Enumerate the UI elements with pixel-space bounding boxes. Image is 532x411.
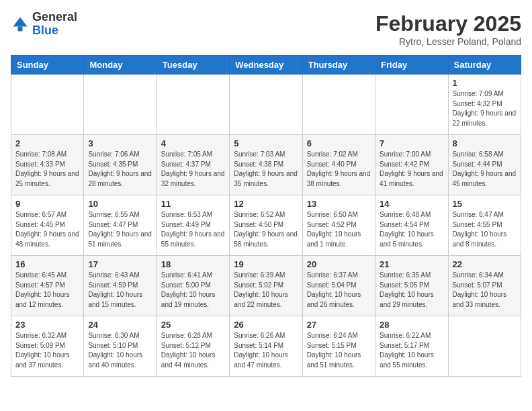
day-number: 17	[88, 259, 152, 269]
calendar-header-row: SundayMondayTuesdayWednesdayThursdayFrid…	[11, 56, 521, 75]
day-info: Sunrise: 6:34 AM Sunset: 5:07 PM Dayligh…	[453, 271, 517, 310]
day-info: Sunrise: 7:02 AM Sunset: 4:40 PM Dayligh…	[307, 150, 371, 189]
calendar-cell: 5Sunrise: 7:03 AM Sunset: 4:38 PM Daylig…	[230, 135, 302, 195]
calendar-cell: 1Sunrise: 7:09 AM Sunset: 4:32 PM Daylig…	[448, 75, 521, 135]
calendar-cell: 3Sunrise: 7:06 AM Sunset: 4:35 PM Daylig…	[84, 135, 157, 195]
day-number: 21	[380, 259, 443, 269]
svg-marker-0	[13, 17, 28, 26]
logo-icon	[11, 15, 30, 34]
calendar-cell: 18Sunrise: 6:41 AM Sunset: 5:00 PM Dayli…	[157, 256, 229, 316]
page-header: General Blue February 2025 Rytro, Lesser…	[11, 11, 521, 47]
calendar-cell: 12Sunrise: 6:52 AM Sunset: 4:50 PM Dayli…	[230, 195, 302, 256]
day-number: 14	[380, 199, 443, 209]
title-block: February 2025 Rytro, Lesser Poland, Pola…	[375, 11, 521, 47]
day-number: 11	[161, 199, 225, 209]
day-info: Sunrise: 7:03 AM Sunset: 4:38 PM Dayligh…	[234, 150, 298, 189]
day-info: Sunrise: 6:45 AM Sunset: 4:57 PM Dayligh…	[15, 271, 79, 310]
day-info: Sunrise: 6:39 AM Sunset: 5:02 PM Dayligh…	[234, 271, 298, 310]
day-info: Sunrise: 6:24 AM Sunset: 5:15 PM Dayligh…	[307, 331, 371, 370]
calendar-week-row: 1Sunrise: 7:09 AM Sunset: 4:32 PM Daylig…	[11, 75, 521, 135]
calendar-cell: 17Sunrise: 6:43 AM Sunset: 4:59 PM Dayli…	[84, 256, 157, 316]
calendar-cell: 15Sunrise: 6:47 AM Sunset: 4:55 PM Dayli…	[448, 195, 521, 256]
calendar-cell: 6Sunrise: 7:02 AM Sunset: 4:40 PM Daylig…	[302, 135, 375, 195]
calendar-cell: 2Sunrise: 7:08 AM Sunset: 4:33 PM Daylig…	[11, 135, 84, 195]
day-info: Sunrise: 7:08 AM Sunset: 4:33 PM Dayligh…	[15, 150, 79, 189]
calendar-cell	[448, 316, 521, 377]
logo-text: General Blue	[32, 11, 77, 38]
day-number: 7	[380, 138, 443, 148]
calendar-cell: 20Sunrise: 6:37 AM Sunset: 5:04 PM Dayli…	[302, 256, 375, 316]
calendar-cell: 21Sunrise: 6:35 AM Sunset: 5:05 PM Dayli…	[375, 256, 448, 316]
day-info: Sunrise: 6:52 AM Sunset: 4:50 PM Dayligh…	[234, 210, 298, 249]
day-number: 20	[307, 259, 371, 269]
day-number: 1	[453, 78, 517, 88]
calendar-cell: 19Sunrise: 6:39 AM Sunset: 5:02 PM Dayli…	[230, 256, 302, 316]
day-info: Sunrise: 6:37 AM Sunset: 5:04 PM Dayligh…	[307, 271, 371, 310]
day-number: 23	[15, 320, 79, 330]
day-info: Sunrise: 6:28 AM Sunset: 5:12 PM Dayligh…	[161, 331, 225, 370]
day-info: Sunrise: 6:30 AM Sunset: 5:10 PM Dayligh…	[88, 331, 152, 370]
calendar-cell	[375, 75, 448, 135]
day-number: 24	[88, 320, 152, 330]
day-number: 22	[453, 259, 517, 269]
calendar-cell	[11, 75, 84, 135]
day-number: 16	[15, 259, 79, 269]
weekday-header: Saturday	[448, 56, 521, 75]
calendar-cell	[302, 75, 375, 135]
day-info: Sunrise: 6:55 AM Sunset: 4:47 PM Dayligh…	[88, 210, 152, 249]
day-info: Sunrise: 7:00 AM Sunset: 4:42 PM Dayligh…	[380, 150, 443, 189]
weekday-header: Friday	[375, 56, 448, 75]
weekday-header: Thursday	[302, 56, 375, 75]
calendar-cell: 8Sunrise: 6:58 AM Sunset: 4:44 PM Daylig…	[448, 135, 521, 195]
calendar-week-row: 9Sunrise: 6:57 AM Sunset: 4:45 PM Daylig…	[11, 195, 521, 256]
day-info: Sunrise: 6:22 AM Sunset: 5:17 PM Dayligh…	[380, 331, 443, 370]
calendar-week-row: 23Sunrise: 6:32 AM Sunset: 5:09 PM Dayli…	[11, 316, 521, 377]
weekday-header: Wednesday	[230, 56, 302, 75]
day-number: 19	[234, 259, 298, 269]
calendar-cell: 23Sunrise: 6:32 AM Sunset: 5:09 PM Dayli…	[11, 316, 84, 377]
day-number: 26	[234, 320, 298, 330]
day-number: 28	[380, 320, 443, 330]
day-info: Sunrise: 7:05 AM Sunset: 4:37 PM Dayligh…	[161, 150, 225, 189]
calendar-cell: 10Sunrise: 6:55 AM Sunset: 4:47 PM Dayli…	[84, 195, 157, 256]
calendar-cell	[230, 75, 302, 135]
calendar-cell: 25Sunrise: 6:28 AM Sunset: 5:12 PM Dayli…	[157, 316, 229, 377]
calendar-cell	[84, 75, 157, 135]
day-info: Sunrise: 6:58 AM Sunset: 4:44 PM Dayligh…	[453, 150, 517, 189]
calendar-cell: 22Sunrise: 6:34 AM Sunset: 5:07 PM Dayli…	[448, 256, 521, 316]
weekday-header: Monday	[84, 56, 157, 75]
day-number: 5	[234, 138, 298, 148]
calendar-cell: 27Sunrise: 6:24 AM Sunset: 5:15 PM Dayli…	[302, 316, 375, 377]
calendar-cell: 13Sunrise: 6:50 AM Sunset: 4:52 PM Dayli…	[302, 195, 375, 256]
day-info: Sunrise: 7:09 AM Sunset: 4:32 PM Dayligh…	[453, 89, 517, 128]
day-info: Sunrise: 6:48 AM Sunset: 4:54 PM Dayligh…	[380, 210, 443, 249]
day-number: 2	[15, 138, 79, 148]
calendar-cell: 7Sunrise: 7:00 AM Sunset: 4:42 PM Daylig…	[375, 135, 448, 195]
day-number: 4	[161, 138, 225, 148]
day-number: 15	[453, 199, 517, 209]
day-number: 9	[15, 199, 79, 209]
day-number: 18	[161, 259, 225, 269]
calendar-week-row: 2Sunrise: 7:08 AM Sunset: 4:33 PM Daylig…	[11, 135, 521, 195]
month-title: February 2025	[375, 11, 521, 36]
day-number: 12	[234, 199, 298, 209]
weekday-header: Sunday	[11, 56, 84, 75]
calendar-cell: 28Sunrise: 6:22 AM Sunset: 5:17 PM Dayli…	[375, 316, 448, 377]
day-info: Sunrise: 6:26 AM Sunset: 5:14 PM Dayligh…	[234, 331, 298, 370]
calendar-cell: 24Sunrise: 6:30 AM Sunset: 5:10 PM Dayli…	[84, 316, 157, 377]
day-number: 6	[307, 138, 371, 148]
day-info: Sunrise: 7:06 AM Sunset: 4:35 PM Dayligh…	[88, 150, 152, 189]
day-number: 25	[161, 320, 225, 330]
day-info: Sunrise: 6:53 AM Sunset: 4:49 PM Dayligh…	[161, 210, 225, 249]
day-number: 3	[88, 138, 152, 148]
day-info: Sunrise: 6:47 AM Sunset: 4:55 PM Dayligh…	[453, 210, 517, 249]
calendar-cell: 26Sunrise: 6:26 AM Sunset: 5:14 PM Dayli…	[230, 316, 302, 377]
calendar-cell: 14Sunrise: 6:48 AM Sunset: 4:54 PM Dayli…	[375, 195, 448, 256]
svg-rect-1	[18, 26, 23, 31]
day-number: 8	[453, 138, 517, 148]
calendar-cell: 9Sunrise: 6:57 AM Sunset: 4:45 PM Daylig…	[11, 195, 84, 256]
day-info: Sunrise: 6:43 AM Sunset: 4:59 PM Dayligh…	[88, 271, 152, 310]
day-info: Sunrise: 6:35 AM Sunset: 5:05 PM Dayligh…	[380, 271, 443, 310]
day-info: Sunrise: 6:50 AM Sunset: 4:52 PM Dayligh…	[307, 210, 371, 249]
calendar-cell: 4Sunrise: 7:05 AM Sunset: 4:37 PM Daylig…	[157, 135, 229, 195]
